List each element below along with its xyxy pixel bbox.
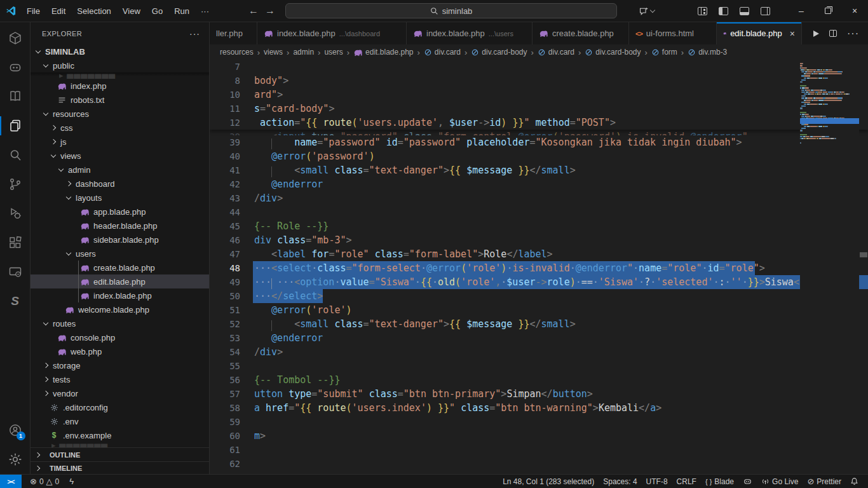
- line-number[interactable]: 7: [210, 62, 240, 72]
- code-line-38[interactable]: 38 <input type="password" class="form-co…: [210, 130, 868, 135]
- activity-book-icon[interactable]: [0, 82, 31, 111]
- remote-indicator[interactable]: ><: [0, 475, 22, 488]
- code-line-48[interactable]: 48···<select·class="form-select·@error('…: [210, 261, 868, 275]
- tree-item--env[interactable]: .env: [31, 414, 209, 428]
- menu-edit[interactable]: Edit: [46, 4, 71, 18]
- line-number[interactable]: 42: [210, 179, 240, 189]
- code-line-43[interactable]: 43/div>: [210, 191, 868, 205]
- tree-item-header-blade-php[interactable]: header.blade.php: [31, 219, 209, 233]
- editor-more-actions-icon[interactable]: ···: [847, 28, 859, 39]
- menu-more[interactable]: ···: [196, 4, 214, 18]
- sticky-scroll[interactable]: 78body">10ard">11s="card-body">12 action…: [210, 60, 868, 130]
- line-number[interactable]: 8: [210, 76, 240, 86]
- bolt-indicator[interactable]: ϟ: [65, 477, 78, 486]
- status-go-live[interactable]: Go Live: [757, 477, 803, 486]
- tree-item-console-php[interactable]: console.php: [31, 330, 209, 344]
- line-number[interactable]: 55: [210, 361, 240, 371]
- activity-search-icon[interactable]: [0, 140, 31, 170]
- code-line-39[interactable]: 39 name="password" id="password" placeho…: [210, 135, 868, 149]
- line-number[interactable]: 61: [210, 445, 240, 455]
- tree-item-storage[interactable]: storage: [31, 358, 209, 372]
- tree-item-layouts[interactable]: layouts: [31, 191, 209, 205]
- activity-remote-preview-icon[interactable]: [0, 257, 31, 287]
- code-line-53[interactable]: 53 @enderror: [210, 331, 868, 345]
- tree-item-welcome-blade-php[interactable]: welcome.blade.php: [31, 302, 209, 316]
- tree-item--editorconfig[interactable]: .editorconfig: [31, 400, 209, 414]
- code-line-40[interactable]: 40 @error('password'): [210, 149, 868, 163]
- breadcrumb-admin[interactable]: admin: [293, 48, 314, 57]
- run-file-icon[interactable]: [813, 30, 819, 37]
- toggle-panel-icon[interactable]: [740, 7, 749, 15]
- line-number[interactable]: 39: [210, 137, 240, 147]
- status-crlf[interactable]: CRLF: [672, 477, 701, 486]
- copilot-chat-icon[interactable]: [639, 6, 660, 17]
- line-number[interactable]: 48: [210, 263, 240, 273]
- toggle-sidebar-icon[interactable]: [719, 7, 728, 15]
- line-number[interactable]: 51: [210, 305, 240, 315]
- breadcrumb-users[interactable]: users: [324, 48, 342, 57]
- line-number[interactable]: 44: [210, 207, 240, 217]
- line-number[interactable]: 60: [210, 431, 240, 441]
- line-number[interactable]: 43: [210, 193, 240, 203]
- line-number[interactable]: 59: [210, 417, 240, 427]
- breadcrumb-div-mb-3[interactable]: div.mb-3: [688, 48, 727, 57]
- status-copilot[interactable]: [738, 477, 757, 486]
- close-button[interactable]: ×: [841, 0, 868, 22]
- breadcrumb-div-card[interactable]: div.card: [424, 48, 461, 57]
- tree-item-tests[interactable]: tests: [31, 372, 209, 386]
- scrollbar-mark[interactable]: [860, 252, 867, 257]
- settings-gear-icon[interactable]: [0, 445, 31, 474]
- minimize-button[interactable]: –: [788, 0, 815, 22]
- breadcrumb-resources[interactable]: resources: [220, 48, 254, 57]
- close-tab-icon[interactable]: ×: [790, 29, 795, 39]
- code-line-60[interactable]: 60m>: [210, 429, 868, 443]
- status-blade[interactable]: { }Blade: [701, 477, 738, 486]
- tree-item-sidebar-blade-php[interactable]: sidebar.blade.php: [31, 233, 209, 247]
- activity-source-control-icon[interactable]: [0, 170, 31, 199]
- line-number[interactable]: 41: [210, 165, 240, 175]
- tab-ui-forms-html[interactable]: <>ui-forms.html: [629, 22, 717, 44]
- line-number[interactable]: 46: [210, 235, 240, 245]
- activity-extensions-icon[interactable]: [0, 228, 31, 257]
- code-line-44[interactable]: 44: [210, 205, 868, 219]
- line-number[interactable]: 50: [210, 291, 240, 301]
- tree-item-js[interactable]: js: [31, 135, 209, 149]
- breadcrumb-form[interactable]: form: [651, 48, 677, 57]
- tab-create-blade-php[interactable]: create.blade.php: [532, 22, 629, 44]
- minimap[interactable]: [800, 60, 859, 474]
- line-number[interactable]: 12: [210, 118, 240, 128]
- line-number[interactable]: 58: [210, 403, 240, 413]
- line-number[interactable]: 40: [210, 151, 240, 161]
- activity-run-debug-icon[interactable]: [0, 199, 31, 228]
- breadcrumb-div-card-body[interactable]: div.card-body: [585, 48, 641, 57]
- status-prettier[interactable]: ⊘Prettier: [803, 477, 846, 486]
- tree-item-create-blade-php[interactable]: create.blade.php: [31, 261, 209, 274]
- tree-item-users[interactable]: users: [31, 247, 209, 261]
- tree-item-admin[interactable]: admin: [31, 163, 209, 177]
- menu-selection[interactable]: Selection: [72, 4, 116, 18]
- tree-item-siminlab[interactable]: SIMINLAB: [31, 44, 209, 58]
- command-center-search[interactable]: siminlab: [285, 3, 617, 18]
- tree-item-edit-blade-php[interactable]: edit.blade.php: [31, 274, 209, 288]
- activity-s-extension-icon[interactable]: S: [0, 287, 31, 316]
- tree-item-routes[interactable]: routes: [31, 316, 209, 330]
- code-line-10[interactable]: 10ard">: [210, 88, 868, 102]
- code-line-59[interactable]: 59: [210, 415, 868, 429]
- line-number[interactable]: 57: [210, 389, 240, 399]
- menu-run[interactable]: Run: [169, 4, 194, 18]
- code-line-57[interactable]: 57utton type="submit" class="btn btn-pri…: [210, 387, 868, 401]
- line-number[interactable]: 45: [210, 221, 240, 231]
- line-number[interactable]: 54: [210, 347, 240, 357]
- nav-forward-icon[interactable]: →: [265, 5, 275, 17]
- tree-item-app-blade-php[interactable]: app.blade.php: [31, 205, 209, 219]
- code-editor[interactable]: 78body">10ard">11s="card-body">12 action…: [210, 60, 868, 474]
- line-number[interactable]: 49: [210, 277, 240, 287]
- breadcrumb-div-card-body[interactable]: div.card-body: [471, 48, 527, 57]
- accounts-icon[interactable]: 1: [0, 416, 31, 445]
- status-spaces-4[interactable]: Spaces: 4: [599, 477, 641, 486]
- nav-back-icon[interactable]: ←: [248, 5, 259, 17]
- tree-item-dashboard[interactable]: dashboard: [31, 177, 209, 191]
- menu-go[interactable]: Go: [147, 4, 168, 18]
- tree-item--env-example[interactable]: $.env.example: [31, 428, 209, 442]
- problems-indicator[interactable]: ⊗0 △0: [25, 477, 64, 486]
